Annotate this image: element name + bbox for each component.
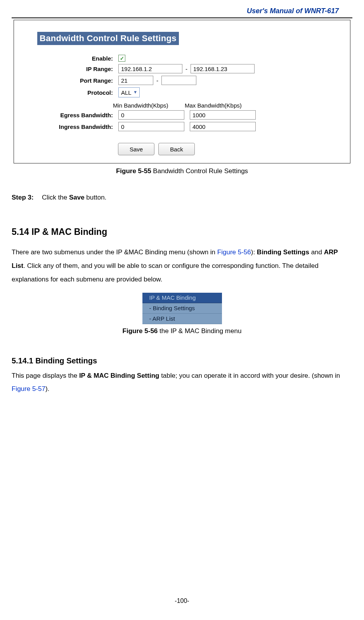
egress-max-input[interactable] bbox=[190, 110, 256, 120]
figure-56-number: Figure 5-56 bbox=[123, 327, 158, 335]
egress-min-input[interactable] bbox=[118, 110, 184, 120]
section-5-14-title: 5.14 IP & MAC Binding bbox=[12, 227, 352, 237]
ingress-min-input[interactable] bbox=[118, 122, 184, 131]
step-3-text-b: button. bbox=[85, 194, 107, 201]
figure-56-caption: Figure 5-56 the IP & MAC Binding menu bbox=[12, 327, 352, 335]
ingress-max-input[interactable] bbox=[190, 122, 256, 131]
ref-figure-5-56[interactable]: Figure 5-56 bbox=[217, 248, 251, 256]
figure-56-container: IP & MAC Binding - Binding Settings - AR… bbox=[142, 293, 222, 324]
port-range-start-input[interactable] bbox=[118, 76, 153, 85]
check-icon: ✓ bbox=[120, 56, 124, 61]
header-rule bbox=[12, 17, 352, 18]
port-range-end-input[interactable] bbox=[161, 76, 196, 85]
protocol-value: ALL bbox=[121, 89, 132, 96]
figure-55-container: Bandwidth Control Rule Settings Enable: … bbox=[14, 20, 350, 163]
egress-label: Egress Bandwidth: bbox=[33, 112, 118, 118]
ingress-label: Ingress Bandwidth: bbox=[33, 123, 118, 130]
ip-range-label: IP Range: bbox=[33, 66, 118, 72]
protocol-label: Protocol: bbox=[33, 89, 118, 96]
back-button[interactable]: Back bbox=[158, 143, 195, 155]
sub-para-b: table; you can operate it in accord with… bbox=[159, 372, 340, 379]
figure-55-number: Figure 5-55 bbox=[116, 167, 151, 175]
para-bold-1: Binding Settings bbox=[257, 248, 309, 256]
para-text-d: . Click any of them, and you will be abl… bbox=[12, 262, 319, 283]
ref-figure-5-57[interactable]: Figure 5-57 bbox=[12, 385, 45, 392]
enable-label: Enable: bbox=[33, 55, 118, 62]
enable-checkbox[interactable]: ✓ bbox=[118, 55, 125, 62]
para-text-b: ): bbox=[251, 248, 257, 256]
sub-para-bold: IP & MAC Binding Setting bbox=[79, 372, 159, 379]
figure-55-caption: Figure 5-55 Bandwidth Control Rule Setti… bbox=[12, 167, 352, 175]
protocol-select[interactable]: ALL ▼ bbox=[118, 87, 140, 97]
section-5-14-1-title: 5.14.1 Binding Settings bbox=[12, 356, 352, 365]
chevron-down-icon: ▼ bbox=[132, 89, 139, 96]
section-5-14-1-para: This page displays the IP & MAC Binding … bbox=[12, 369, 352, 396]
min-bw-header: Min Bandwidth(Kbps) bbox=[113, 102, 185, 109]
page-header: User's Manual of WNRT-617 bbox=[12, 7, 352, 15]
menu-item-arp-list[interactable]: - ARP List bbox=[142, 314, 222, 324]
panel-title: Bandwidth Control Rule Settings bbox=[37, 32, 179, 45]
port-range-label: Port Range: bbox=[33, 77, 118, 84]
step-3-save-word: Save bbox=[69, 194, 85, 201]
ip-range-dash: - bbox=[182, 66, 191, 72]
menu-header[interactable]: IP & MAC Binding bbox=[142, 293, 222, 303]
para-text-c: and bbox=[309, 248, 324, 256]
step-3: Step 3: Click the Save button. bbox=[12, 194, 352, 201]
max-bw-header: Max Bandwidth(Kbps) bbox=[185, 102, 257, 109]
page-number: -100- bbox=[0, 597, 364, 604]
sub-para-a: This page displays the bbox=[12, 372, 79, 379]
save-button[interactable]: Save bbox=[118, 143, 154, 155]
figure-55-text: Bandwidth Control Rule Settings bbox=[151, 167, 248, 175]
sub-para-c: ). bbox=[45, 385, 49, 392]
figure-56-text: the IP & MAC Binding menu bbox=[158, 327, 241, 335]
step-3-label: Step 3: bbox=[12, 194, 42, 201]
menu-item-binding-settings[interactable]: - Binding Settings bbox=[142, 303, 222, 314]
port-range-dash: - bbox=[153, 77, 161, 84]
section-5-14-para: There are two submenus under the IP &MAC… bbox=[12, 246, 352, 287]
ip-range-start-input[interactable] bbox=[118, 64, 182, 73]
step-3-text-a: Click the bbox=[42, 194, 69, 201]
para-text-a: There are two submenus under the IP &MAC… bbox=[12, 248, 217, 256]
ip-range-end-input[interactable] bbox=[191, 64, 255, 73]
